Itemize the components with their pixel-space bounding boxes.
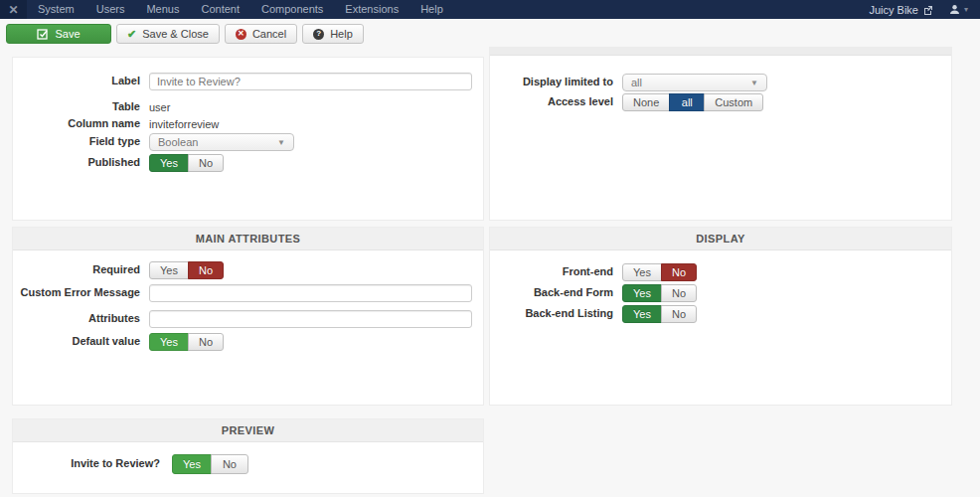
back-end-listing-row: Back-end Listing Yes No <box>490 305 951 323</box>
back-end-form-no-button[interactable]: No <box>661 284 697 302</box>
preview-header: PREVIEW <box>13 419 483 442</box>
menu-components[interactable]: Components <box>250 0 334 19</box>
user-icon <box>949 4 960 15</box>
back-end-listing-label: Back-end Listing <box>490 307 613 320</box>
label-input[interactable] <box>149 73 472 90</box>
general-panel: Label Table user Column name inviteforre… <box>12 57 484 221</box>
field-type-label: Field type <box>13 135 140 148</box>
published-no-button[interactable]: No <box>188 154 224 172</box>
display-limited-select[interactable]: all ▼ <box>622 74 767 91</box>
front-end-row: Front-end Yes No <box>490 263 951 281</box>
column-name-value: inviteforreview <box>149 118 219 130</box>
panel-top-strip <box>490 48 951 56</box>
default-yes-button[interactable]: Yes <box>149 333 189 351</box>
table-field-row: Table user <box>13 100 483 113</box>
front-end-no-button[interactable]: No <box>661 263 697 281</box>
preview-field-row: Invite to Review? Yes No <box>13 454 483 474</box>
attributes-input[interactable] <box>149 310 472 328</box>
column-name-row: Column name inviteforreview <box>13 117 483 130</box>
menu-content[interactable]: Content <box>190 0 250 19</box>
cancel-icon: ✕ <box>236 29 246 40</box>
required-label: Required <box>13 263 140 276</box>
field-type-select[interactable]: Boolean ▼ <box>149 133 294 151</box>
menu-menus[interactable]: Menus <box>135 0 190 19</box>
required-row: Required Yes No <box>13 261 483 279</box>
published-yes-button[interactable]: Yes <box>149 154 189 172</box>
table-field-label: Table <box>13 100 140 113</box>
required-toggle: Yes No <box>149 261 224 279</box>
menu-users[interactable]: Users <box>85 0 136 19</box>
cancel-button[interactable]: ✕ Cancel <box>225 24 297 44</box>
menu-extensions[interactable]: Extensions <box>334 0 409 19</box>
save-button[interactable]: Save <box>6 24 111 44</box>
top-navbar: ✕ System Users Menus Content Components … <box>0 0 980 19</box>
access-none-button[interactable]: None <box>622 93 670 111</box>
access-level-label: Access level <box>490 95 613 108</box>
custom-error-label: Custom Error Message <box>13 286 140 299</box>
cancel-label: Cancel <box>252 28 286 40</box>
main-attributes-header: MAIN ATTRIBUTES <box>13 228 483 250</box>
menu-system[interactable]: System <box>27 0 85 19</box>
preview-no-button[interactable]: No <box>211 454 248 474</box>
check-icon: ✔ <box>127 28 136 41</box>
back-end-form-label: Back-end Form <box>490 286 613 299</box>
back-end-form-row: Back-end Form Yes No <box>490 284 951 302</box>
save-label: Save <box>55 28 80 40</box>
default-no-button[interactable]: No <box>188 333 224 351</box>
display-title: DISPLAY <box>696 233 744 245</box>
back-end-form-toggle: Yes No <box>622 284 697 302</box>
published-toggle: Yes No <box>149 154 224 172</box>
custom-error-row: Custom Error Message <box>13 284 483 302</box>
main-attributes-panel: MAIN ATTRIBUTES Required Yes No Custom E… <box>12 227 484 406</box>
custom-error-input[interactable] <box>149 284 472 302</box>
published-row: Published Yes No <box>13 154 483 172</box>
save-close-button[interactable]: ✔ Save & Close <box>116 24 220 44</box>
preview-yes-button[interactable]: Yes <box>172 454 212 474</box>
display-limited-row: Display limited to all ▼ <box>490 74 951 91</box>
preview-title: PREVIEW <box>222 424 275 436</box>
front-end-toggle: Yes No <box>622 263 697 281</box>
display-header: DISPLAY <box>490 228 951 250</box>
preview-toggle: Yes No <box>172 454 248 474</box>
required-no-button[interactable]: No <box>188 261 224 279</box>
back-end-form-yes-button[interactable]: Yes <box>622 284 662 302</box>
display-limited-label: Display limited to <box>490 76 613 88</box>
help-button[interactable]: ? Help <box>302 24 364 44</box>
navbar-right: Juicy Bike ▾ <box>869 0 980 19</box>
display-limited-value: all <box>631 77 642 88</box>
chevron-down-icon: ▼ <box>277 138 285 147</box>
display-panel: DISPLAY Front-end Yes No Back-end Form Y… <box>489 227 952 406</box>
site-name-label: Juicy Bike <box>869 4 918 16</box>
preview-field-label: Invite to Review? <box>13 457 160 470</box>
joomla-admin-screen: ✕ System Users Menus Content Components … <box>0 0 980 497</box>
front-end-label: Front-end <box>490 265 613 278</box>
toolbar: Save ✔ Save & Close ✕ Cancel ? Help <box>0 19 980 48</box>
help-icon: ? <box>313 29 324 40</box>
front-end-yes-button[interactable]: Yes <box>622 263 662 281</box>
preview-panel: PREVIEW Invite to Review? Yes No <box>12 418 484 494</box>
access-level-toggle: None all Custom <box>622 93 763 111</box>
default-value-row: Default value Yes No <box>13 333 483 351</box>
attributes-label: Attributes <box>13 312 140 325</box>
label-field-row: Label <box>13 73 483 90</box>
attributes-row: Attributes <box>13 310 483 328</box>
save-close-label: Save & Close <box>142 28 209 40</box>
user-menu[interactable]: ▾ <box>949 4 968 15</box>
site-preview-link[interactable]: Juicy Bike <box>869 4 933 16</box>
published-label: Published <box>13 156 140 169</box>
table-value: user <box>149 101 170 113</box>
back-end-listing-toggle: Yes No <box>622 305 697 323</box>
main-attributes-title: MAIN ATTRIBUTES <box>196 233 301 245</box>
field-type-row: Field type Boolean ▼ <box>13 133 483 151</box>
access-all-button[interactable]: all <box>669 93 705 111</box>
back-end-listing-yes-button[interactable]: Yes <box>622 305 662 323</box>
access-custom-button[interactable]: Custom <box>704 93 763 111</box>
save-icon <box>37 28 49 40</box>
label-field-label: Label <box>13 75 140 87</box>
joomla-logo-icon[interactable]: ✕ <box>0 0 27 19</box>
menu-help[interactable]: Help <box>409 0 454 19</box>
back-end-listing-no-button[interactable]: No <box>661 305 697 323</box>
help-label: Help <box>330 28 353 40</box>
required-yes-button[interactable]: Yes <box>149 261 189 279</box>
access-level-row: Access level None all Custom <box>490 93 951 111</box>
